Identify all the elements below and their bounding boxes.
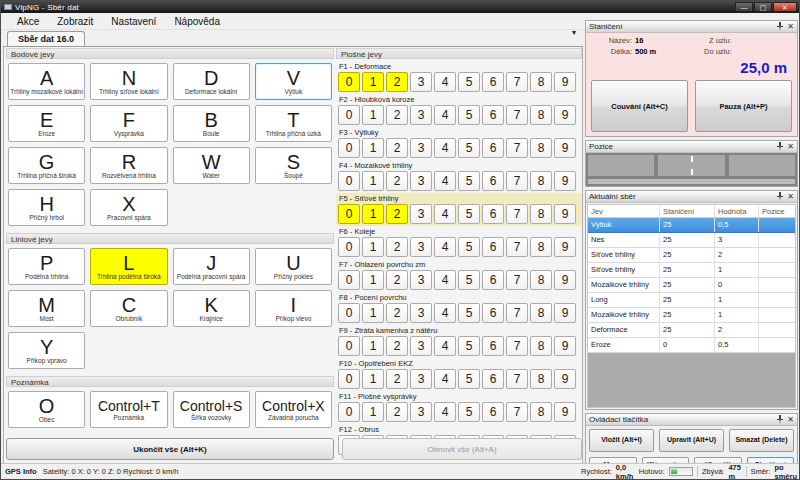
digit-button-f1-6[interactable]: 6 — [482, 72, 504, 92]
key-button-m[interactable]: MMost — [8, 290, 85, 327]
key-button-control-s[interactable]: Control+SŠířka vozovky — [173, 391, 250, 428]
digit-button-f5-1[interactable]: 1 — [362, 204, 384, 224]
digit-button-f6-8[interactable]: 8 — [530, 237, 552, 257]
key-button-a[interactable]: ATrhliny mozaikové lokální — [8, 63, 85, 100]
digit-button-f8-7[interactable]: 7 — [506, 303, 528, 323]
table-row[interactable]: Mozaikové trhliny251 — [588, 308, 795, 323]
column-header-jev[interactable]: Jev — [588, 205, 660, 217]
digit-button-f7-5[interactable]: 5 — [458, 270, 480, 290]
digit-button-f10-1[interactable]: 1 — [362, 369, 384, 389]
key-button-d[interactable]: DDeformace lokální — [173, 63, 250, 100]
digit-button-f8-5[interactable]: 5 — [458, 303, 480, 323]
digit-button-f11-3[interactable]: 3 — [410, 402, 432, 422]
digit-button-f9-5[interactable]: 5 — [458, 336, 480, 356]
digit-button-f1-2[interactable]: 2 — [386, 72, 408, 92]
digit-button-f4-7[interactable]: 7 — [506, 171, 528, 191]
close-icon[interactable]: ✕ — [787, 416, 794, 424]
digit-button-f11-7[interactable]: 7 — [506, 402, 528, 422]
key-button-y[interactable]: YPříkop vpravo — [8, 332, 85, 369]
control-button-upravit-alt-u[interactable]: Upravit (Alt+U) — [659, 429, 724, 452]
digit-button-f7-2[interactable]: 2 — [386, 270, 408, 290]
digit-button-f7-1[interactable]: 1 — [362, 270, 384, 290]
key-button-o[interactable]: OObec — [8, 391, 85, 428]
close-icon[interactable]: ✕ — [787, 193, 794, 201]
key-button-f[interactable]: FVysprávka — [90, 105, 167, 142]
restore-all-button[interactable]: Obnovit vše (Alt+A) — [342, 438, 582, 460]
digit-button-f9-6[interactable]: 6 — [482, 336, 504, 356]
table-row[interactable]: Deformace252 — [588, 323, 795, 338]
digit-button-f3-3[interactable]: 3 — [410, 138, 432, 158]
digit-button-f11-8[interactable]: 8 — [530, 402, 552, 422]
key-button-v[interactable]: VVýtluk — [255, 63, 332, 100]
control-button-smazat-delete[interactable]: Smazat (Delete) — [729, 429, 794, 452]
key-button-k[interactable]: KKrajnice — [173, 290, 250, 327]
digit-button-f11-1[interactable]: 1 — [362, 402, 384, 422]
key-button-h[interactable]: HPříčný hrbol — [8, 189, 85, 226]
digit-button-f8-6[interactable]: 6 — [482, 303, 504, 323]
key-button-control-t[interactable]: Control+TPoznámka — [90, 391, 167, 428]
digit-button-f4-2[interactable]: 2 — [386, 171, 408, 191]
digit-button-f1-9[interactable]: 9 — [554, 72, 576, 92]
digit-button-f9-8[interactable]: 8 — [530, 336, 552, 356]
digit-button-f8-4[interactable]: 4 — [434, 303, 456, 323]
digit-button-f4-1[interactable]: 1 — [362, 171, 384, 191]
digit-button-f7-3[interactable]: 3 — [410, 270, 432, 290]
digit-button-f4-0[interactable]: 0 — [338, 171, 360, 191]
key-button-b[interactable]: BBoule — [173, 105, 250, 142]
digit-button-f6-6[interactable]: 6 — [482, 237, 504, 257]
digit-button-f5-5[interactable]: 5 — [458, 204, 480, 224]
column-header-stanicni[interactable]: Staničení — [660, 205, 715, 217]
digit-button-f1-0[interactable]: 0 — [338, 72, 360, 92]
digit-button-f1-3[interactable]: 3 — [410, 72, 432, 92]
digit-button-f6-0[interactable]: 0 — [338, 237, 360, 257]
digit-button-f2-6[interactable]: 6 — [482, 105, 504, 125]
digit-button-f10-9[interactable]: 9 — [554, 369, 576, 389]
digit-button-f6-2[interactable]: 2 — [386, 237, 408, 257]
close-icon[interactable]: ✕ — [787, 143, 794, 151]
digit-button-f1-8[interactable]: 8 — [530, 72, 552, 92]
digit-button-f7-4[interactable]: 4 — [434, 270, 456, 290]
digit-button-f9-1[interactable]: 1 — [362, 336, 384, 356]
close-button[interactable]: ✕ — [773, 2, 797, 12]
digit-button-f11-6[interactable]: 6 — [482, 402, 504, 422]
digit-button-f11-0[interactable]: 0 — [338, 402, 360, 422]
key-button-u[interactable]: UPříčný pokles — [255, 248, 332, 285]
digit-button-f3-1[interactable]: 1 — [362, 138, 384, 158]
pin-icon[interactable] — [776, 142, 784, 151]
digit-button-f5-3[interactable]: 3 — [410, 204, 432, 224]
digit-button-f4-4[interactable]: 4 — [434, 171, 456, 191]
digit-button-f5-2[interactable]: 2 — [386, 204, 408, 224]
digit-button-f9-7[interactable]: 7 — [506, 336, 528, 356]
table-row[interactable]: Síťové trhliny252 — [588, 248, 795, 263]
digit-button-f10-5[interactable]: 5 — [458, 369, 480, 389]
digit-button-f2-1[interactable]: 1 — [362, 105, 384, 125]
digit-button-f11-2[interactable]: 2 — [386, 402, 408, 422]
key-button-e[interactable]: EEroze — [8, 105, 85, 142]
digit-button-f2-9[interactable]: 9 — [554, 105, 576, 125]
digit-button-f10-0[interactable]: 0 — [338, 369, 360, 389]
digit-button-f9-9[interactable]: 9 — [554, 336, 576, 356]
key-button-p[interactable]: PPodélná trhlina — [8, 248, 85, 285]
digit-button-f8-9[interactable]: 9 — [554, 303, 576, 323]
menu-item-akce[interactable]: Akce — [9, 15, 47, 28]
digit-button-f11-4[interactable]: 4 — [434, 402, 456, 422]
digit-button-f2-8[interactable]: 8 — [530, 105, 552, 125]
table-row[interactable]: Mozaikové trhliny250 — [588, 278, 795, 293]
digit-button-f3-6[interactable]: 6 — [482, 138, 504, 158]
column-header-pozice[interactable]: Pozice — [759, 205, 795, 217]
digit-button-f8-8[interactable]: 8 — [530, 303, 552, 323]
table-row[interactable]: Nes253 — [588, 233, 795, 248]
digit-button-f2-4[interactable]: 4 — [434, 105, 456, 125]
digit-button-f4-9[interactable]: 9 — [554, 171, 576, 191]
key-button-t[interactable]: TTrhlina příčná úzká — [255, 105, 332, 142]
menu-item-n-pov-da[interactable]: Nápověda — [166, 15, 228, 28]
digit-button-f10-7[interactable]: 7 — [506, 369, 528, 389]
digit-button-f6-1[interactable]: 1 — [362, 237, 384, 257]
digit-button-f2-5[interactable]: 5 — [458, 105, 480, 125]
table-row[interactable]: Výtluk250,5 — [588, 218, 795, 233]
digit-button-f5-4[interactable]: 4 — [434, 204, 456, 224]
digit-button-f5-8[interactable]: 8 — [530, 204, 552, 224]
digit-button-f6-9[interactable]: 9 — [554, 237, 576, 257]
digit-button-f3-7[interactable]: 7 — [506, 138, 528, 158]
digit-button-f6-3[interactable]: 3 — [410, 237, 432, 257]
